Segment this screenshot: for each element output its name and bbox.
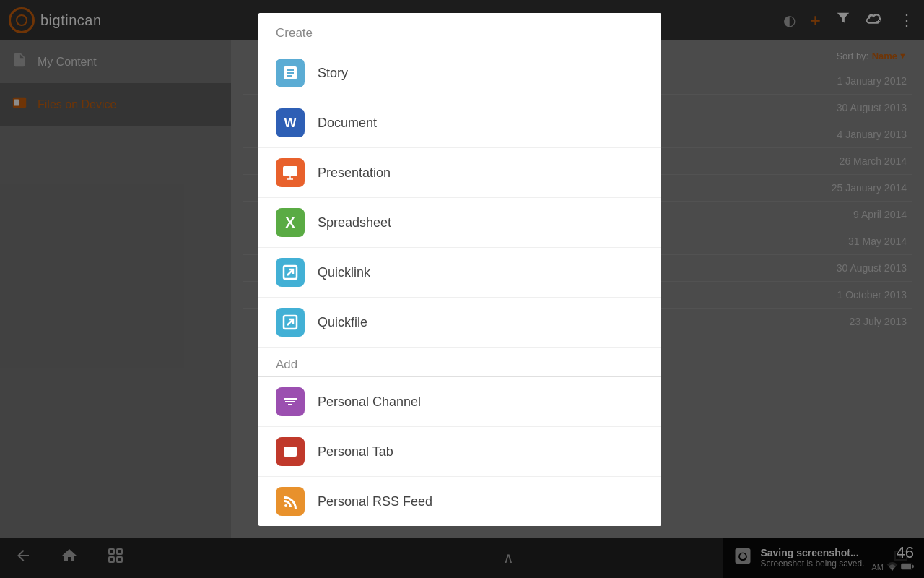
create-quickfile-item[interactable]: Quickfile [258, 298, 661, 348]
create-spreadsheet-item[interactable]: X Spreadsheet [258, 198, 661, 248]
story-label: Story [318, 66, 348, 81]
svg-rect-13 [283, 166, 297, 176]
personal-rss-icon [276, 487, 305, 516]
create-quicklink-item[interactable]: Quicklink [258, 248, 661, 298]
personal-channel-label: Personal Channel [318, 394, 421, 410]
create-document-item[interactable]: W Document [258, 98, 661, 148]
personal-tab-label: Personal Tab [318, 444, 393, 460]
quicklink-icon [276, 258, 305, 287]
add-personal-tab-item[interactable]: Personal Tab [258, 427, 661, 477]
create-story-item[interactable]: Story [258, 48, 661, 98]
document-label: Document [318, 116, 377, 131]
presentation-icon [276, 158, 305, 187]
presentation-label: Presentation [318, 165, 391, 181]
personal-channel-icon [276, 387, 305, 416]
add-section-title: Add [276, 358, 297, 371]
svg-point-18 [284, 504, 287, 507]
add-personal-channel-item[interactable]: Personal Channel [258, 377, 661, 427]
personal-rss-label: Personal RSS Feed [318, 494, 432, 509]
story-icon [276, 59, 305, 87]
spreadsheet-icon: X [276, 208, 305, 237]
add-section-title-container: Add [258, 348, 661, 376]
quickfile-icon [276, 308, 305, 337]
spreadsheet-label: Spreadsheet [318, 215, 391, 230]
svg-rect-17 [284, 447, 289, 449]
create-presentation-item[interactable]: Presentation [258, 148, 661, 198]
quicklink-label: Quicklink [318, 265, 370, 280]
personal-tab-icon [276, 437, 305, 466]
quickfile-label: Quickfile [318, 315, 367, 330]
add-personal-rss-item[interactable]: Personal RSS Feed [258, 477, 661, 526]
create-modal: Create Story W Document Presentation X S… [258, 13, 661, 526]
document-icon: W [276, 108, 305, 137]
create-section-title: Create [258, 13, 661, 48]
